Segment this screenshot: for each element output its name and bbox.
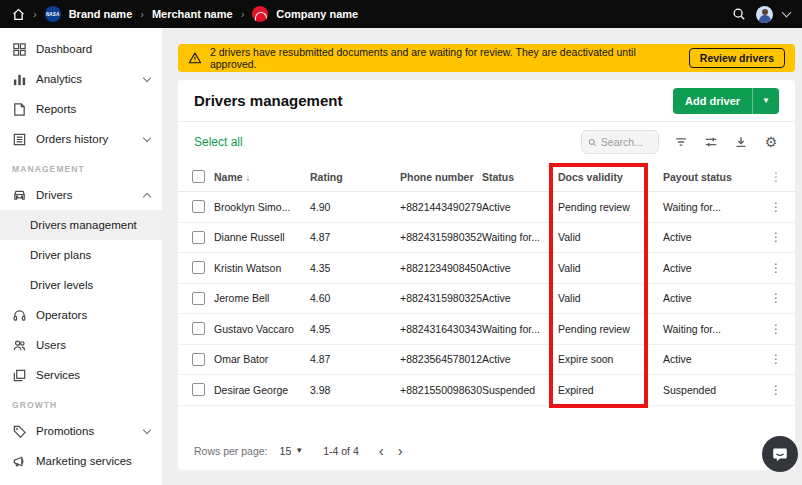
- row-checkbox[interactable]: [192, 231, 205, 244]
- cell-payout-status: Suspended: [663, 384, 770, 396]
- rows-per-page-label: Rows per page:: [194, 445, 268, 457]
- chevron-down-icon: [143, 425, 151, 433]
- filter-icon[interactable]: [673, 134, 689, 150]
- previous-page-icon[interactable]: ‹: [379, 443, 384, 458]
- column-header-docs-validity[interactable]: Docs validity: [558, 171, 663, 183]
- breadcrumb-company[interactable]: Company name: [276, 8, 358, 20]
- settings-gear-icon[interactable]: ⚙: [763, 134, 779, 150]
- company-logo-icon: [252, 6, 268, 22]
- drivers-card: Drivers management Add driver ▼ Select a…: [178, 80, 795, 470]
- download-icon[interactable]: [733, 134, 749, 150]
- breadcrumb-brand[interactable]: Brand name: [69, 8, 133, 20]
- sidebar-item-users[interactable]: Users: [0, 330, 162, 360]
- home-icon[interactable]: [12, 8, 25, 21]
- table-row[interactable]: Dianne Russell 4.87 +8824315980352 Waiti…: [178, 223, 795, 254]
- chat-bubble-icon: [771, 445, 789, 463]
- header-menu-kebab-icon[interactable]: ⋮: [770, 171, 796, 183]
- add-driver-button[interactable]: Add driver ▼: [673, 88, 779, 114]
- column-header-name[interactable]: Name↓: [214, 171, 310, 183]
- row-menu-kebab-icon[interactable]: ⋮: [770, 292, 796, 304]
- breadcrumb-merchant[interactable]: Merchant name: [152, 8, 233, 20]
- sidebar-item-marketing-services[interactable]: Marketing services: [0, 446, 162, 476]
- cell-docs-validity: Pending review: [558, 201, 663, 213]
- sidebar-subitem-drivers-management[interactable]: Drivers management: [0, 210, 162, 240]
- table-toolbar: Select all ⚙: [178, 122, 795, 162]
- row-menu-kebab-icon[interactable]: ⋮: [770, 231, 796, 243]
- cell-payout-status: Active: [663, 262, 770, 274]
- review-drivers-button[interactable]: Review drivers: [689, 48, 785, 68]
- cell-name: Desirae George: [214, 384, 310, 396]
- sidebar-item-operators[interactable]: Operators: [0, 300, 162, 330]
- services-icon: [12, 368, 27, 383]
- cell-docs-validity: Expired: [558, 384, 663, 396]
- sidebar-item-analytics[interactable]: Analytics: [0, 64, 162, 94]
- select-all-link[interactable]: Select all: [194, 135, 243, 149]
- sidebar-item-reports[interactable]: Reports: [0, 94, 162, 124]
- table-row[interactable]: Jerome Bell 4.60 +8824315980325 Active V…: [178, 284, 795, 315]
- table-row[interactable]: Gustavo Vaccaro 4.95 +8824316430343 Wait…: [178, 314, 795, 345]
- page-title: Drivers management: [194, 92, 342, 109]
- table-row[interactable]: Kristin Watson 4.35 +8821234908450 Activ…: [178, 253, 795, 284]
- add-driver-chevron-down-icon[interactable]: ▼: [752, 88, 779, 114]
- breadcrumb-separator: ›: [241, 8, 245, 20]
- row-checkbox[interactable]: [192, 200, 205, 213]
- next-page-icon[interactable]: ›: [398, 443, 403, 458]
- column-header-status[interactable]: Status: [482, 171, 558, 183]
- chat-widget-button[interactable]: [762, 436, 798, 472]
- row-menu-kebab-icon[interactable]: ⋮: [770, 353, 796, 365]
- row-checkbox[interactable]: [192, 353, 205, 366]
- cell-rating: 4.95: [310, 323, 400, 335]
- sidebar-item-label: Users: [36, 339, 66, 351]
- row-checkbox[interactable]: [192, 292, 205, 305]
- column-header-payout-status[interactable]: Payout status: [663, 171, 770, 183]
- sidebar-item-label: Marketing services: [36, 455, 132, 467]
- sidebar-subitem-driver-plans[interactable]: Driver plans: [0, 240, 162, 270]
- cell-rating: 4.35: [310, 262, 400, 274]
- sidebar-item-orders-history[interactable]: Orders history: [0, 124, 162, 154]
- cell-status: Suspended: [482, 384, 558, 396]
- select-all-checkbox[interactable]: [192, 170, 205, 183]
- orders-history-icon: [12, 132, 27, 147]
- pagination: Rows per page: 15 ▼ 1-4 of 4 ‹ ›: [194, 443, 403, 458]
- tune-filter-icon[interactable]: [703, 134, 719, 150]
- sidebar-item-services[interactable]: Services: [0, 360, 162, 390]
- cell-rating: 4.87: [310, 231, 400, 243]
- column-header-phone[interactable]: Phone number: [400, 171, 482, 183]
- sidebar-section-management: MANAGEMENT: [0, 154, 162, 180]
- chevron-up-icon: [143, 192, 151, 200]
- sidebar-item-label: Services: [36, 369, 80, 381]
- cell-phone: +8824315980352: [400, 231, 482, 243]
- sidebar-subitem-driver-levels[interactable]: Driver levels: [0, 270, 162, 300]
- table-row[interactable]: Brooklyn Simo... 4.90 +8821443490279 Act…: [178, 192, 795, 223]
- add-driver-label[interactable]: Add driver: [673, 95, 752, 107]
- brand-logo-icon: NASA: [45, 6, 61, 22]
- row-checkbox[interactable]: [192, 322, 205, 335]
- sidebar-item-drivers[interactable]: Drivers: [0, 180, 162, 210]
- column-header-rating[interactable]: Rating: [310, 171, 400, 183]
- sidebar-item-label: Dashboard: [36, 43, 92, 55]
- cell-payout-status: Active: [663, 292, 770, 304]
- cell-name: Brooklyn Simo...: [214, 201, 310, 213]
- table-row[interactable]: Omar Bator 4.87 +8823564578012 Active Ex…: [178, 345, 795, 376]
- pagination-range: 1-4 of 4: [323, 445, 359, 457]
- row-menu-kebab-icon[interactable]: ⋮: [770, 384, 796, 396]
- cell-status: Waiting for...: [482, 323, 558, 335]
- row-checkbox[interactable]: [192, 383, 205, 396]
- cell-docs-validity: Pending review: [558, 323, 663, 335]
- row-checkbox[interactable]: [192, 261, 205, 274]
- row-menu-kebab-icon[interactable]: ⋮: [770, 201, 796, 213]
- search-input[interactable]: [601, 136, 652, 148]
- rows-per-page-select[interactable]: 15 ▼: [280, 445, 304, 457]
- row-menu-kebab-icon[interactable]: ⋮: [770, 323, 796, 335]
- users-icon: [12, 338, 27, 353]
- breadcrumb-separator: ›: [140, 8, 144, 20]
- sidebar-item-dashboard[interactable]: Dashboard: [0, 34, 162, 64]
- user-avatar[interactable]: [756, 6, 773, 23]
- search-icon[interactable]: [732, 7, 746, 21]
- row-menu-kebab-icon[interactable]: ⋮: [770, 262, 796, 274]
- cell-name: Omar Bator: [214, 353, 310, 365]
- table-row[interactable]: Desirae George 3.98 +8821550098630 Suspe…: [178, 375, 795, 406]
- sidebar-item-promotions[interactable]: Promotions: [0, 416, 162, 446]
- search-box[interactable]: [581, 130, 659, 154]
- account-chevron-down-icon[interactable]: [782, 8, 792, 18]
